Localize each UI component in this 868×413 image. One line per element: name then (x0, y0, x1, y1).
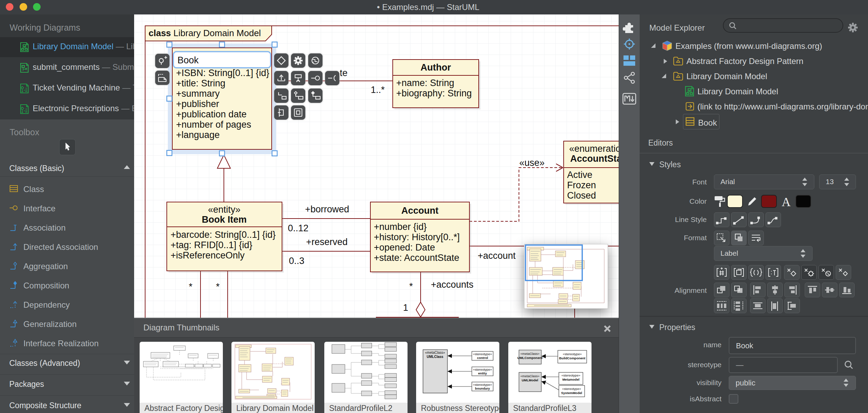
svg-text:+publisher: +publisher (176, 99, 219, 109)
svg-text:«stereotype»: «stereotype» (562, 387, 581, 391)
svg-text:class Library Domain Model: class Library Domain Model (149, 28, 261, 38)
svg-text:+publication date: +publication date (176, 109, 247, 119)
svg-text:Frozen: Frozen (567, 180, 596, 190)
svg-text:+borrowed: +borrowed (305, 204, 349, 214)
svg-text:BuildComponent: BuildComponent (559, 356, 586, 360)
svg-text:+ISBN: String[0..1] {id}: +ISBN: String[0..1] {id} (176, 68, 269, 78)
svg-text:*: * (216, 282, 220, 292)
svg-text:+isReferenceOnly: +isReferenceOnly (171, 250, 245, 261)
svg-text:«metaClass»: «metaClass» (520, 374, 539, 378)
svg-text:Closed: Closed (567, 190, 596, 201)
svg-text:Book: Book (177, 55, 199, 65)
svg-text:+number {id}: +number {id} (374, 222, 427, 232)
svg-text:+opened: Date: +opened: Date (374, 242, 435, 253)
svg-text:«stereotype»: «stereotype» (473, 383, 492, 386)
svg-text:UMLComponent: UMLComponent (517, 356, 543, 360)
svg-text:+title: String: +title: String (176, 78, 225, 88)
svg-text:Metamodel: Metamodel (562, 378, 579, 381)
svg-text:SystemModel: SystemModel (561, 391, 582, 395)
svg-text:«stereotype»: «stereotype» (562, 373, 581, 377)
svg-text:+history: History[0..*]: +history: History[0..*] (374, 232, 460, 242)
svg-text:1: 1 (403, 303, 408, 313)
svg-text:+summary: +summary (176, 88, 220, 99)
svg-text:«metaClass»: «metaClass» (520, 352, 539, 356)
svg-text:*: * (409, 281, 413, 292)
svg-text:+number of pages: +number of pages (176, 119, 251, 130)
svg-text:«stereotype»: «stereotype» (473, 352, 492, 356)
svg-text:«enumeratio: «enumeratio (569, 144, 619, 154)
svg-text:«entity»: «entity» (208, 204, 241, 215)
svg-text:Active: Active (567, 170, 593, 180)
svg-text:+reserved: +reserved (306, 237, 348, 247)
svg-text:UMLModel: UMLModel (522, 378, 538, 382)
svg-text:+state: AccountState: +state: AccountState (374, 253, 459, 263)
svg-text:1..*: 1..* (371, 85, 385, 95)
svg-text:+accounts: +accounts (431, 279, 474, 290)
svg-text:control: control (477, 356, 488, 360)
svg-text:«stereotype»: «stereotype» (473, 368, 492, 371)
svg-text:0..3: 0..3 (289, 256, 304, 266)
svg-text:0..12: 0..12 (288, 223, 308, 233)
svg-text:+barcode: String[0..1] {id}: +barcode: String[0..1] {id} (171, 230, 275, 240)
svg-text:+language: +language (176, 130, 220, 140)
svg-text:+biography: String: +biography: String (396, 88, 472, 98)
svg-text:+account: +account (478, 251, 516, 261)
svg-text:AccountSta: AccountSta (570, 153, 619, 164)
svg-text:boundary: boundary (475, 386, 490, 390)
svg-text:Author: Author (421, 62, 451, 73)
svg-text:UMLClass: UMLClass (427, 355, 444, 359)
svg-text:te: te (340, 68, 348, 78)
svg-text:+tag: RFID[0..1] {id}: +tag: RFID[0..1] {id} (171, 240, 252, 250)
svg-text:+name: String: +name: String (396, 78, 454, 88)
svg-text:entity: entity (478, 371, 487, 375)
svg-text:«use»: «use» (519, 158, 545, 168)
svg-text:Book Item: Book Item (202, 214, 247, 225)
svg-text:«metaClass»: «metaClass» (425, 351, 445, 354)
svg-text:Account: Account (401, 205, 438, 216)
svg-text:*: * (189, 282, 193, 292)
svg-text:«stereotype»: «stereotype» (563, 352, 582, 356)
